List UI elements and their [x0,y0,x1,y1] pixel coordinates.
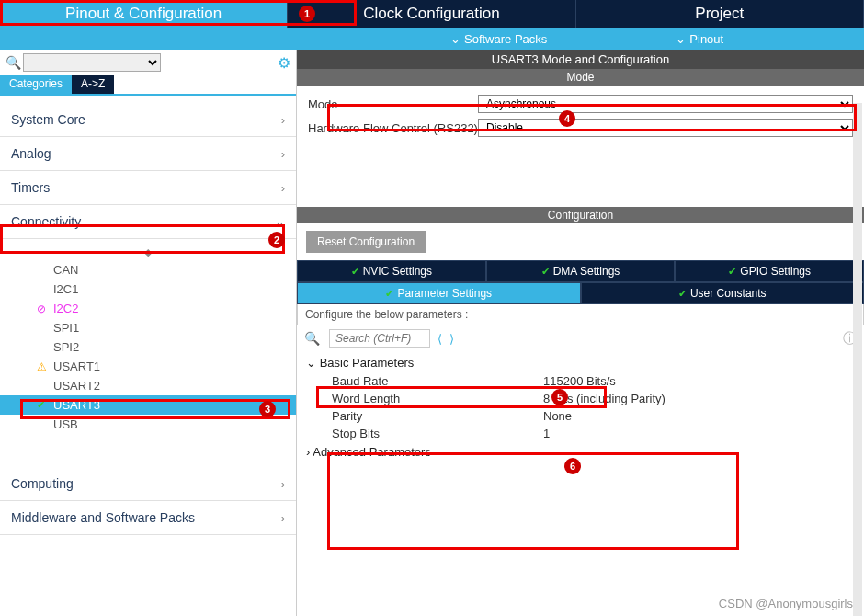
item-i2c1[interactable]: I2C1 [0,279,296,299]
item-spi2[interactable]: SPI2 [0,337,296,357]
tab-parameter-settings[interactable]: ✔Parameter Settings [297,282,581,304]
item-spi1[interactable]: SPI1 [0,318,296,337]
reset-configuration-button[interactable]: Reset Configuration [306,231,426,253]
dropdown-pinout[interactable]: ⌄Pinout [676,32,723,46]
right-panel: USART3 Mode and Configuration Mode Mode … [297,50,864,616]
chevron-down-icon: ⌄ [275,215,285,229]
panel-title: USART3 Mode and Configuration [297,50,864,69]
prev-button[interactable]: ⟨ [438,332,442,346]
mode-label: Mode [308,97,478,111]
item-usart1[interactable]: ⚠USART1 [0,357,296,376]
tab-a-to-z[interactable]: A->Z [72,75,114,94]
check-icon: ✔ [541,266,550,278]
param-instruction: Configure the below parameters : [297,304,864,325]
chevron-right-icon: › [281,113,285,127]
tab-clock-config[interactable]: Clock Configuration [288,0,575,28]
tab-nvic-settings[interactable]: ✔NVIC Settings [297,260,486,282]
mode-section-title: Mode [297,69,864,86]
check-icon: ✔ [37,399,50,411]
group-timers[interactable]: Timers› [0,171,296,205]
dropdown-software-packs[interactable]: ⌄Software Packs [450,32,547,46]
flow-control-label: Hardware Flow Control (RS232) [308,121,478,135]
group-advanced-parameters[interactable]: › Advanced Parameters [306,442,855,462]
search-icon: 🔍 [304,331,320,346]
warning-icon: ⚠ [37,360,50,373]
chevron-down-icon: ⌄ [676,32,686,46]
forbidden-icon: ⊘ [37,302,50,315]
sort-icon[interactable]: ◆ [0,245,296,260]
scrollbar[interactable] [853,103,862,616]
check-icon: ✔ [385,288,393,300]
group-connectivity[interactable]: Connectivity⌄ [0,205,296,239]
group-system-core[interactable]: System Core› [0,103,296,137]
param-word-length[interactable]: Word Length8 Bits (including Parity) [306,390,855,407]
flow-control-select[interactable]: Disable [478,119,853,137]
chevron-right-icon: › [281,181,285,195]
item-usb[interactable]: USB [0,415,296,434]
chevron-right-icon: › [281,477,285,491]
tab-gpio-settings[interactable]: ✔GPIO Settings [675,260,864,282]
item-can[interactable]: CAN [0,260,296,279]
item-usart2[interactable]: USART2 [0,376,296,395]
param-parity[interactable]: ParityNone [306,407,855,425]
chevron-right-icon: › [281,147,285,161]
param-baud-rate[interactable]: Baud Rate115200 Bits/s [306,372,855,390]
tab-dma-settings[interactable]: ✔DMA Settings [486,260,676,282]
config-section-title: Configuration [297,207,864,223]
check-icon: ✔ [728,266,736,278]
tab-project[interactable]: Project [576,0,864,28]
gear-icon[interactable]: ⚙ [278,54,290,72]
tab-categories[interactable]: Categories [0,75,72,94]
param-search-input[interactable] [329,329,430,348]
group-middleware[interactable]: Middleware and Software Packs› [0,501,296,535]
tab-user-constants[interactable]: ✔User Constants [581,282,865,304]
check-icon: ✔ [678,288,687,300]
mode-select[interactable]: Asynchronous [478,95,853,113]
next-button[interactable]: ⟩ [449,332,454,346]
item-usart3[interactable]: ✔USART3 [0,395,296,415]
top-tabs: Pinout & Configuration Clock Configurati… [0,0,864,28]
group-basic-parameters[interactable]: ⌄ Basic Parameters [306,353,855,372]
peripheral-search-combo[interactable] [23,53,161,72]
peripheral-tree: System Core› Analog› Timers› Connectivit… [0,96,296,616]
item-i2c2[interactable]: ⊘I2C2 [0,299,296,318]
sub-bar: ⌄Software Packs ⌄Pinout [0,28,864,50]
left-panel: 🔍 ⚙ Categories A->Z System Core› Analog›… [0,50,297,616]
watermark: CSDN @Anonymousgirls [719,597,853,610]
check-icon: ✔ [351,266,359,278]
group-computing[interactable]: Computing› [0,467,296,501]
search-icon: 🔍 [6,55,21,70]
param-stop-bits[interactable]: Stop Bits1 [306,425,855,442]
chevron-right-icon: › [281,511,285,525]
group-analog[interactable]: Analog› [0,137,296,171]
tab-pinout-config[interactable]: Pinout & Configuration [0,0,288,28]
chevron-down-icon: ⌄ [450,32,460,46]
